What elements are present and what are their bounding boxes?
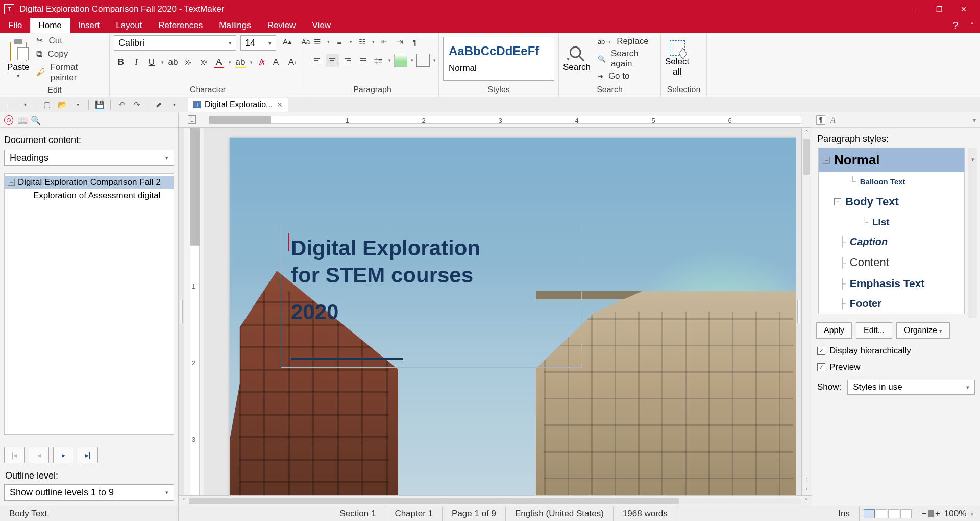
- qat-dropdown[interactable]: ▾: [18, 99, 32, 111]
- nav-prev-button[interactable]: ◂: [29, 447, 49, 463]
- font-color-dropdown[interactable]: ▾: [227, 60, 232, 65]
- qat-redo-button[interactable]: ↷: [130, 99, 143, 111]
- search-small-icon[interactable]: 🔍: [31, 115, 40, 125]
- borders-dd[interactable]: ▾: [432, 54, 437, 67]
- outline-level-select[interactable]: Show outline levels 1 to 9 ▾: [4, 484, 174, 501]
- scroll-up-button[interactable]: ˄: [802, 128, 812, 138]
- bold-button[interactable]: B: [114, 56, 128, 69]
- splitter-right[interactable]: [796, 128, 801, 495]
- align-center-button[interactable]: [326, 54, 339, 67]
- font-smaller-button[interactable]: A↓: [285, 56, 300, 69]
- collapse-ribbon-button[interactable]: ˄: [964, 18, 980, 33]
- title-text[interactable]: Digital Exploration for STEM courses 202…: [291, 235, 480, 326]
- search-again-button[interactable]: 🔍Search again: [598, 49, 656, 69]
- underline-dropdown[interactable]: ▾: [160, 60, 165, 65]
- qat-dropdown-2[interactable]: ▾: [71, 99, 84, 111]
- zoom-out-button[interactable]: −: [922, 509, 927, 519]
- paste-dropdown[interactable]: ▾: [17, 73, 20, 79]
- para-styles-icon[interactable]: ¶: [816, 115, 825, 125]
- replace-button[interactable]: ab↔Replace: [598, 36, 656, 46]
- outdent-button[interactable]: ⇤: [378, 35, 391, 49]
- nav-next-button[interactable]: ▸: [53, 447, 74, 463]
- menu-home[interactable]: Home: [30, 18, 69, 33]
- splitter-left[interactable]: [179, 128, 184, 495]
- status-section[interactable]: Section 1: [330, 506, 385, 521]
- menu-layout[interactable]: Layout: [108, 18, 150, 33]
- headings-select[interactable]: Headings ▾: [4, 150, 174, 166]
- bullets-button[interactable]: ☰: [310, 35, 324, 49]
- help-button[interactable]: ?: [947, 18, 964, 33]
- horizontal-ruler[interactable]: L 1 2 3 4 5 6: [179, 112, 812, 128]
- scroll-thumb[interactable]: [803, 139, 810, 175]
- style-normal[interactable]: − Normal: [819, 148, 964, 172]
- format-painter-button[interactable]: 🖌 Format painter: [36, 62, 105, 83]
- close-tab-button[interactable]: ✕: [277, 101, 283, 109]
- qat-pointer-button[interactable]: ⬈: [152, 99, 165, 111]
- font-larger-button[interactable]: A↑: [270, 56, 284, 69]
- collapse-icon[interactable]: −: [834, 198, 841, 205]
- style-list[interactable]: └ List: [819, 212, 964, 232]
- qat-new-button[interactable]: ▢: [40, 99, 54, 111]
- shading-dd[interactable]: ▾: [409, 54, 414, 67]
- qat-undo-button[interactable]: ↶: [115, 99, 128, 111]
- view-outline-button[interactable]: [888, 509, 899, 518]
- tab-selector[interactable]: L: [188, 115, 196, 124]
- scroll-page-button[interactable]: ◦: [802, 485, 812, 495]
- organize-button[interactable]: Organize ▾: [896, 322, 950, 339]
- outline-node-child[interactable]: Exploration of Assessment digital: [5, 189, 174, 202]
- subscript-button[interactable]: X₂: [181, 56, 195, 69]
- page[interactable]: Digital Exploration for STEM courses 202…: [230, 138, 796, 495]
- view-print-button[interactable]: [864, 509, 875, 518]
- align-left-button[interactable]: [310, 54, 324, 67]
- copy-button[interactable]: ⧉ Copy: [36, 49, 105, 59]
- nav-last-button[interactable]: ▸|: [78, 447, 98, 463]
- qat-dropdown-3[interactable]: ▾: [167, 99, 181, 111]
- panel-menu-button[interactable]: ▾: [973, 116, 976, 124]
- menu-review[interactable]: Review: [259, 18, 304, 33]
- multilevel-dd[interactable]: ▾: [371, 35, 376, 49]
- style-gallery-item[interactable]: AaBbCcDdEeFf Normal: [443, 37, 554, 81]
- styles-tree[interactable]: − Normal └ Balloon Text − Body Text └ Li…: [818, 148, 965, 314]
- style-emphasis[interactable]: ├ Emphasis Text: [819, 273, 964, 294]
- maximize-button[interactable]: ❐: [927, 5, 951, 13]
- qat-save-button[interactable]: 💾: [93, 99, 106, 111]
- style-content[interactable]: ├ Content: [819, 252, 964, 273]
- style-gallery-dropdown[interactable]: ▾: [567, 55, 570, 62]
- minimize-button[interactable]: —: [902, 5, 927, 13]
- menu-view[interactable]: View: [304, 18, 339, 33]
- vertical-ruler[interactable]: 1 2 3: [184, 128, 204, 495]
- menu-mailings[interactable]: Mailings: [211, 18, 259, 33]
- hierarchical-checkbox[interactable]: ✓ Display hierarchically: [812, 343, 980, 359]
- highlight-dropdown[interactable]: ▾: [249, 60, 254, 65]
- scroll-right-button[interactable]: ˃: [801, 498, 812, 504]
- paste-button[interactable]: Paste ▾: [4, 37, 32, 81]
- show-marks-button[interactable]: ¶: [408, 35, 422, 49]
- horizontal-scrollbar[interactable]: ˂ ˃: [179, 495, 812, 506]
- font-color-button[interactable]: A: [212, 56, 226, 69]
- vertical-scrollbar[interactable]: ˄ ˅ ◦: [801, 128, 812, 495]
- bullets-dd[interactable]: ▾: [326, 35, 331, 49]
- font-size-select[interactable]: 14 ▾: [240, 35, 276, 51]
- nav-first-button[interactable]: |◂: [4, 447, 24, 463]
- outline-node-root[interactable]: − Digital Exploration Comparison Fall 2: [5, 176, 174, 189]
- book-icon[interactable]: 📖: [17, 115, 27, 125]
- style-balloon[interactable]: └ Balloon Text: [819, 172, 964, 191]
- collapse-icon[interactable]: −: [8, 179, 15, 186]
- justify-button[interactable]: [356, 54, 370, 67]
- menu-insert[interactable]: Insert: [70, 18, 108, 33]
- style-dropdown[interactable]: ▾: [968, 148, 977, 318]
- font-select[interactable]: Calibri ▾: [114, 35, 236, 51]
- show-select[interactable]: Styles in use ▾: [847, 380, 975, 395]
- qat-align-button[interactable]: ≣: [3, 99, 16, 111]
- status-words[interactable]: 1968 words: [614, 506, 677, 521]
- strikethrough-button[interactable]: ab: [166, 56, 180, 69]
- target-icon[interactable]: [4, 115, 13, 125]
- cut-button[interactable]: ✂ Cut: [36, 35, 105, 46]
- underline-button[interactable]: U: [144, 56, 159, 69]
- zoom-menu-button[interactable]: »: [970, 510, 974, 517]
- superscript-button[interactable]: X²: [197, 56, 211, 69]
- collapse-icon[interactable]: −: [823, 157, 830, 164]
- clear-format-button[interactable]: A̷: [255, 56, 269, 69]
- menu-references[interactable]: References: [150, 18, 211, 33]
- numbering-dd[interactable]: ▾: [348, 35, 353, 49]
